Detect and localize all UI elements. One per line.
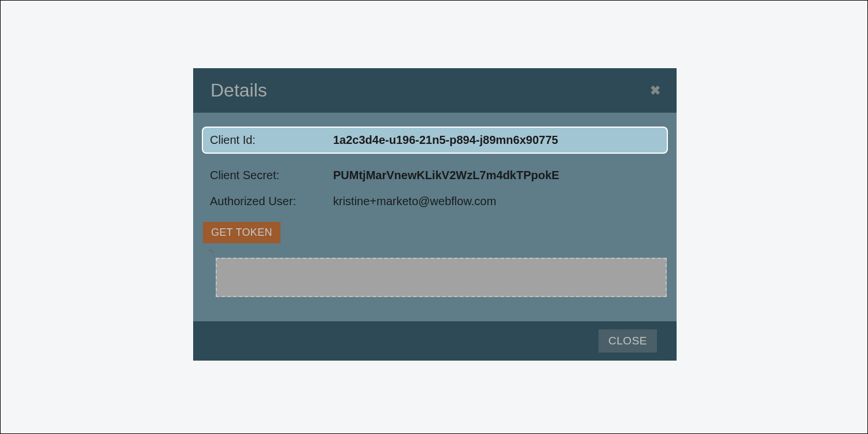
client-secret-label: Client Secret: bbox=[210, 169, 333, 182]
authorized-user-label: Authorized User: bbox=[210, 195, 333, 208]
dialog-header: Details ✖ bbox=[193, 68, 677, 113]
client-secret-value: PUMtjMarVnewKLikV2WzL7m4dkTPpokE bbox=[333, 169, 559, 182]
authorized-user-row: Authorized User: kristine+marketo@webflo… bbox=[203, 190, 667, 213]
close-icon[interactable]: ✖ bbox=[650, 83, 660, 98]
get-token-button[interactable]: GET TOKEN bbox=[203, 222, 280, 243]
close-button[interactable]: CLOSE bbox=[599, 329, 657, 353]
dialog-footer: CLOSE bbox=[193, 321, 677, 361]
client-id-value: 1a2c3d4e-u196-21n5-p894-j89mn6x90775 bbox=[333, 133, 558, 147]
client-id-label: Client Id: bbox=[210, 133, 333, 147]
details-dialog: Details ✖ Client Id: 1a2c3d4e-u196-21n5-… bbox=[193, 68, 677, 361]
authorized-user-value: kristine+marketo@webflow.com bbox=[333, 195, 496, 208]
scissors-wrap: ✂ bbox=[208, 246, 667, 257]
client-id-row: Client Id: 1a2c3d4e-u196-21n5-p894-j89mn… bbox=[202, 127, 668, 154]
dialog-body: Client Id: 1a2c3d4e-u196-21n5-p894-j89mn… bbox=[193, 113, 677, 321]
dialog-title: Details bbox=[210, 80, 267, 101]
scissors-icon: ✂ bbox=[205, 244, 218, 258]
client-secret-row: Client Secret: PUMtjMarVnewKLikV2WzL7m4d… bbox=[203, 164, 667, 187]
token-output-box bbox=[216, 258, 667, 297]
